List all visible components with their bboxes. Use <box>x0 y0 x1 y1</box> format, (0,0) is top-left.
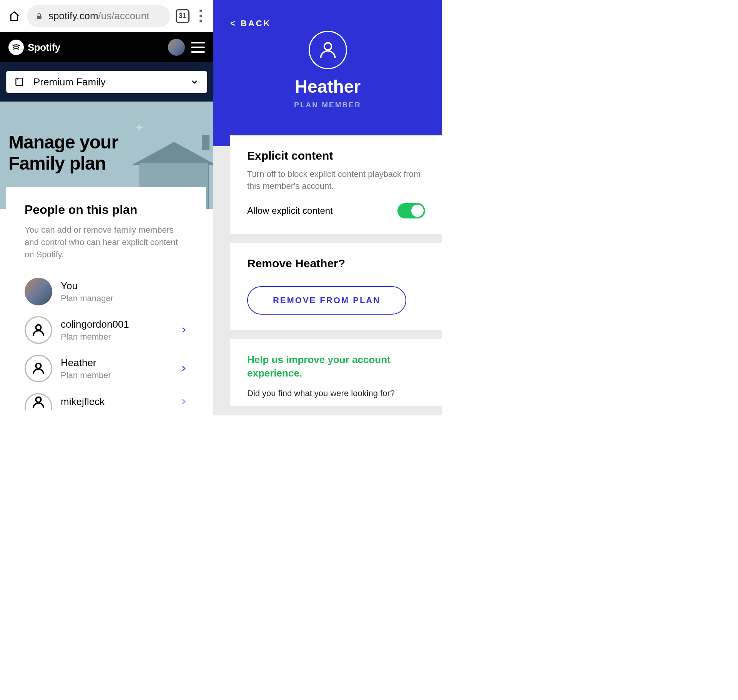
people-card: People on this plan You can add or remov… <box>6 187 206 415</box>
plan-selector-strip: Premium Family <box>0 62 213 102</box>
explicit-title: Explicit content <box>247 149 425 162</box>
member-row[interactable]: mikejfleck <box>25 388 188 415</box>
plan-label: Premium Family <box>33 76 106 88</box>
member-name: You <box>61 280 188 292</box>
avatar-placeholder-icon <box>25 393 52 410</box>
plan-icon <box>14 77 24 87</box>
back-link[interactable]: < BACK <box>230 18 271 28</box>
plan-selector[interactable]: Premium Family <box>6 71 207 93</box>
member-role: Plan member <box>61 370 171 380</box>
feedback-title: Help us improve your account experience. <box>247 353 425 380</box>
svg-rect-1 <box>16 78 22 86</box>
member-hero: < BACK Heather PLAN MEMBER <box>213 0 442 146</box>
menu-button[interactable] <box>191 42 205 53</box>
member-name: colingordon001 <box>61 318 171 330</box>
member-name: mikejfleck <box>61 396 171 408</box>
avatar <box>25 278 52 305</box>
lock-icon <box>35 12 43 20</box>
chevron-right-icon <box>180 325 188 335</box>
banner-title: Manage your Family plan <box>8 132 118 174</box>
people-description: You can add or remove family members and… <box>25 224 188 261</box>
spotify-logo-text: Spotify <box>28 42 60 53</box>
browser-home-button[interactable] <box>7 9 22 23</box>
explicit-toggle-label: Allow explicit content <box>247 205 397 216</box>
feedback-question: Did you find what you were looking for? <box>247 388 425 398</box>
member-row[interactable]: colingordon001 Plan member <box>25 311 188 349</box>
member-role: Plan member <box>61 332 171 342</box>
chevron-right-icon <box>180 396 188 407</box>
avatar-placeholder-icon <box>25 316 52 344</box>
home-icon <box>8 10 20 22</box>
feedback-card: Help us improve your account experience.… <box>230 339 442 406</box>
explicit-toggle[interactable] <box>397 203 425 218</box>
avatar-placeholder-icon <box>25 355 52 382</box>
remove-title: Remove Heather? <box>247 257 425 270</box>
svg-point-5 <box>36 397 41 402</box>
browser-chrome: spotify.com/us/account 31 <box>0 0 213 32</box>
avatar-placeholder-icon <box>309 31 347 69</box>
member-detail-role: PLAN MEMBER <box>230 101 425 109</box>
right-screen: < BACK Heather PLAN MEMBER Explicit cont… <box>213 0 442 415</box>
url-text: spotify.com/us/account <box>48 10 150 22</box>
spotify-logo[interactable]: Spotify <box>8 40 60 55</box>
explicit-description: Turn off to block explicit content playb… <box>247 168 425 192</box>
member-detail-name: Heather <box>230 76 425 97</box>
remove-from-plan-button[interactable]: REMOVE FROM PLAN <box>247 286 406 315</box>
profile-avatar[interactable] <box>168 39 185 56</box>
spotify-icon <box>8 40 24 55</box>
tab-switcher[interactable]: 31 <box>176 9 189 23</box>
chevron-down-icon <box>190 77 199 87</box>
svg-point-3 <box>36 325 41 330</box>
member-role: Plan manager <box>61 293 188 303</box>
member-row[interactable]: Heather Plan member <box>25 349 188 388</box>
svg-point-6 <box>324 43 331 50</box>
chevron-right-icon <box>180 363 188 374</box>
left-screen: spotify.com/us/account 31 Spotify Premiu… <box>0 0 213 415</box>
member-name: Heather <box>61 357 171 369</box>
people-title: People on this plan <box>25 203 188 217</box>
browser-overflow-menu[interactable] <box>195 8 206 24</box>
remove-member-card: Remove Heather? REMOVE FROM PLAN <box>230 243 442 330</box>
spotify-header: Spotify <box>0 32 213 62</box>
svg-point-4 <box>36 363 41 368</box>
svg-rect-0 <box>37 16 42 19</box>
svg-rect-2 <box>17 78 18 79</box>
explicit-content-card: Explicit content Turn off to block expli… <box>230 135 442 234</box>
member-row-you[interactable]: You Plan manager <box>25 272 188 311</box>
url-bar[interactable]: spotify.com/us/account <box>27 5 170 27</box>
